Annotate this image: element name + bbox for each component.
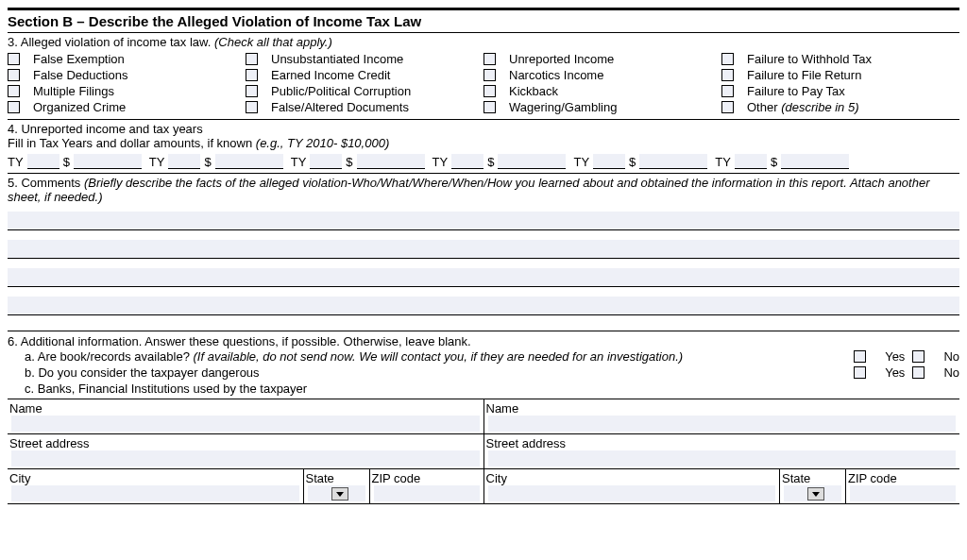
dollar-label: $ [346, 155, 352, 169]
q3-hint: (Check all that apply.) [214, 35, 332, 49]
ty-row: TY$ TY$ TY$ TY$ TY$ TY$ [8, 150, 959, 169]
option-label: Failure to Withhold Tax [747, 52, 872, 66]
amt-input-3[interactable] [357, 154, 425, 169]
q4-line2-text: Fill in Tax Years and dollar amounts, if… [8, 136, 252, 150]
option-label: Organized Crime [33, 100, 126, 114]
ty-input-5[interactable] [593, 154, 625, 169]
amt-input-6[interactable] [781, 154, 849, 169]
checkbox-false-exemption[interactable] [8, 53, 20, 65]
option-label: Multiple Filings [33, 84, 114, 98]
bank2-city-input[interactable] [488, 485, 776, 501]
option-label-other: Other (describe in 5) [747, 100, 859, 114]
ty-input-3[interactable] [310, 154, 342, 169]
q6a-yes-checkbox[interactable] [854, 350, 866, 363]
checkbox-narcotics-income[interactable] [484, 69, 496, 81]
q3-col-3: Unreported Income Narcotics Income Kickb… [484, 51, 721, 115]
ty-label: TY [8, 155, 24, 169]
q5: 5. Comments (Briefly describe the facts … [8, 174, 959, 331]
comment-line-2[interactable] [8, 240, 959, 259]
state-label: State [304, 469, 369, 485]
option-label: Failure to File Return [747, 68, 861, 82]
comment-line-4[interactable] [8, 297, 959, 315]
q6b-yes-checkbox[interactable] [854, 366, 866, 379]
q6a-no-checkbox[interactable] [912, 350, 925, 363]
q3-prompt: 3. Alleged violation of income tax law. [8, 35, 211, 49]
dollar-label: $ [487, 155, 494, 169]
checkbox-false-altered-documents[interactable] [246, 101, 258, 113]
dollar-label: $ [63, 155, 70, 169]
option-label: False Exemption [33, 52, 125, 66]
option-label: Public/Political Corruption [271, 84, 411, 98]
name-label: Name [484, 399, 960, 416]
option-label: Failure to Pay Tax [747, 84, 845, 98]
q4: 4. Unreported income and tax years Fill … [8, 120, 959, 174]
q3-col-2: Unsubstantiated Income Earned Income Cre… [246, 51, 484, 115]
bank1-state-dropdown[interactable] [331, 487, 348, 501]
bank2-street-input[interactable] [488, 450, 957, 467]
checkbox-multiple-filings[interactable] [8, 85, 20, 97]
option-label: False/Altered Documents [271, 100, 409, 114]
section-b-header: Section B – Describe the Alleged Violati… [8, 8, 959, 33]
street-label: Street address [8, 434, 484, 450]
ty-label: TY [149, 155, 165, 169]
option-label: Kickback [509, 84, 558, 98]
ty-input-6[interactable] [735, 154, 767, 169]
q4-line2: Fill in Tax Years and dollar amounts, if… [8, 136, 959, 150]
q6b-no-checkbox[interactable] [912, 366, 925, 379]
checkbox-earned-income-credit[interactable] [246, 69, 258, 81]
q6b-label: b. Do you consider the taxpayer dangerou… [25, 365, 846, 380]
bank-address-grid: Name Street address City State ZIP code [8, 399, 959, 504]
ty-input-1[interactable] [27, 154, 59, 169]
amt-input-4[interactable] [498, 154, 566, 169]
ty-input-4[interactable] [451, 154, 484, 169]
comment-line-3[interactable] [8, 268, 959, 287]
bank1-name-input[interactable] [11, 416, 480, 432]
comment-area [8, 212, 959, 315]
ty-label: TY [291, 155, 307, 169]
bank1-zip-input[interactable] [374, 485, 480, 501]
state-label: State [780, 469, 845, 485]
no-label: No [943, 365, 959, 380]
checkbox-unreported-income[interactable] [484, 53, 496, 65]
q4-line1: 4. Unreported income and tax years [8, 122, 959, 136]
option-label: Earned Income Credit [271, 68, 390, 82]
amt-input-2[interactable] [215, 154, 283, 169]
bank1-street-input[interactable] [11, 450, 480, 467]
name-label: Name [8, 399, 484, 416]
bank2-state-dropdown[interactable] [807, 487, 824, 501]
checkbox-failure-withhold-tax[interactable] [721, 53, 734, 65]
bank2-zip-input[interactable] [850, 485, 956, 501]
street-label: Street address [484, 434, 960, 450]
bank1-city-input[interactable] [11, 485, 299, 501]
city-label: City [8, 469, 303, 485]
bank-col-1: Name Street address City State ZIP code [8, 399, 484, 504]
ty-input-2[interactable] [168, 154, 200, 169]
checkbox-false-deductions[interactable] [8, 69, 20, 81]
checkbox-failure-file-return[interactable] [721, 69, 734, 81]
q4-line2-hint: (e.g., TY 2010- $10,000) [256, 136, 389, 150]
ty-label: TY [715, 155, 731, 169]
other-text: Other [747, 100, 778, 114]
checkbox-wagering-gambling[interactable] [484, 101, 496, 113]
q6a-hint: (If available, do not send now. We will … [194, 349, 684, 364]
checkbox-public-political-corruption[interactable] [246, 85, 258, 97]
q3-col-4: Failure to Withhold Tax Failure to File … [721, 51, 959, 115]
ty-label: TY [573, 155, 589, 169]
q3-options: False Exemption False Deductions Multipl… [8, 51, 959, 120]
checkbox-organized-crime[interactable] [8, 101, 20, 113]
option-label: Unreported Income [509, 52, 614, 66]
checkbox-unsubstantiated-income[interactable] [246, 53, 258, 65]
comment-line-1[interactable] [8, 212, 959, 230]
q3-prompt-line: 3. Alleged violation of income tax law. … [8, 33, 959, 51]
checkbox-failure-pay-tax[interactable] [721, 85, 734, 97]
amt-input-1[interactable] [74, 154, 142, 169]
q5-head: 5. Comments (Briefly describe the facts … [8, 174, 959, 206]
ty-label: TY [433, 155, 449, 169]
q5-rest: (Briefly describe the facts of the alleg… [8, 176, 930, 204]
checkbox-kickback[interactable] [484, 85, 496, 97]
yes-label: Yes [885, 365, 905, 380]
amt-input-5[interactable] [639, 154, 707, 169]
checkbox-other[interactable] [721, 101, 734, 113]
q6b: b. Do you consider the taxpayer dangerou… [8, 365, 959, 381]
bank2-name-input[interactable] [488, 416, 957, 432]
